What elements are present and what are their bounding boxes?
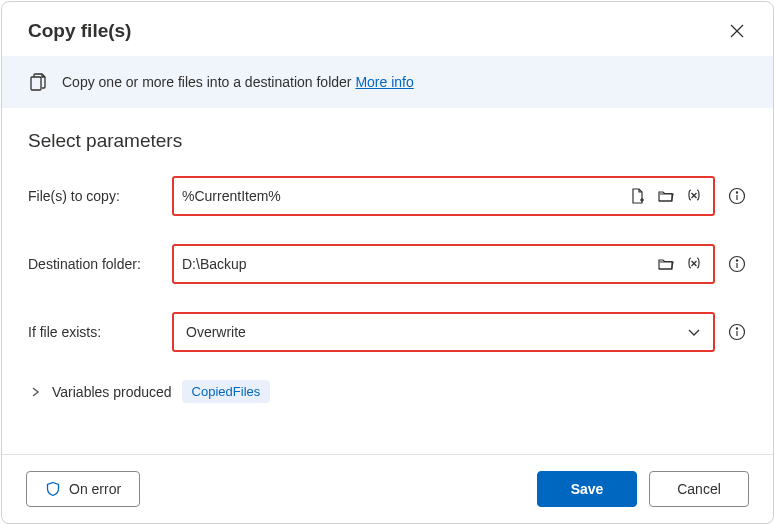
on-error-label: On error [69, 481, 121, 497]
folder-open-icon [657, 187, 675, 205]
close-button[interactable] [727, 21, 747, 41]
files-field[interactable] [172, 176, 715, 216]
variable-icon [685, 187, 703, 205]
browse-folder-button[interactable] [655, 185, 677, 207]
dialog-footer: On error Save Cancel [2, 454, 773, 523]
svg-rect-2 [31, 77, 41, 90]
svg-point-17 [736, 328, 737, 329]
file-add-icon [629, 187, 647, 205]
row-if-file-exists: If file exists: Overwrite [28, 312, 747, 352]
variable-picker-button[interactable] [683, 185, 705, 207]
chevron-right-icon [28, 385, 42, 399]
row-files-to-copy: File(s) to copy: [28, 176, 747, 216]
svg-point-14 [736, 260, 737, 261]
save-button[interactable]: Save [537, 471, 637, 507]
exists-value: Overwrite [182, 324, 677, 340]
dest-label: Destination folder: [28, 256, 160, 272]
chevron-down-icon [685, 323, 703, 341]
files-label: File(s) to copy: [28, 188, 160, 204]
shield-icon [45, 481, 61, 497]
variables-toggle[interactable] [28, 385, 42, 399]
cancel-button[interactable]: Cancel [649, 471, 749, 507]
variable-icon [685, 255, 703, 273]
info-icon [728, 323, 746, 341]
variable-chip[interactable]: CopiedFiles [182, 380, 271, 403]
dest-help-button[interactable] [727, 254, 747, 274]
folder-open-icon [657, 255, 675, 273]
info-icon [728, 187, 746, 205]
variables-produced-row: Variables produced CopiedFiles [28, 380, 747, 403]
select-file-button[interactable] [627, 185, 649, 207]
footer-actions: Save Cancel [537, 471, 749, 507]
on-error-button[interactable]: On error [26, 471, 140, 507]
dest-field[interactable] [172, 244, 715, 284]
svg-point-9 [736, 192, 737, 193]
row-destination-folder: Destination folder: [28, 244, 747, 284]
banner-text: Copy one or more files into a destinatio… [62, 74, 414, 90]
copy-files-dialog: Copy file(s) Copy one or more files into… [1, 1, 774, 524]
variable-picker-button[interactable] [683, 253, 705, 275]
close-icon [730, 24, 744, 38]
dest-input[interactable] [182, 256, 649, 272]
files-input[interactable] [182, 188, 621, 204]
browse-dest-button[interactable] [655, 253, 677, 275]
exists-select[interactable]: Overwrite [172, 312, 715, 352]
dialog-header: Copy file(s) [2, 2, 773, 56]
dropdown-toggle[interactable] [683, 321, 705, 343]
variables-label: Variables produced [52, 384, 172, 400]
files-help-button[interactable] [727, 186, 747, 206]
info-icon [728, 255, 746, 273]
exists-help-button[interactable] [727, 322, 747, 342]
copy-icon [28, 72, 48, 92]
dialog-content: Select parameters File(s) to copy: [2, 108, 773, 454]
section-title: Select parameters [28, 130, 747, 152]
info-banner: Copy one or more files into a destinatio… [2, 56, 773, 108]
more-info-link[interactable]: More info [355, 74, 413, 90]
dialog-title: Copy file(s) [28, 20, 131, 42]
exists-label: If file exists: [28, 324, 160, 340]
